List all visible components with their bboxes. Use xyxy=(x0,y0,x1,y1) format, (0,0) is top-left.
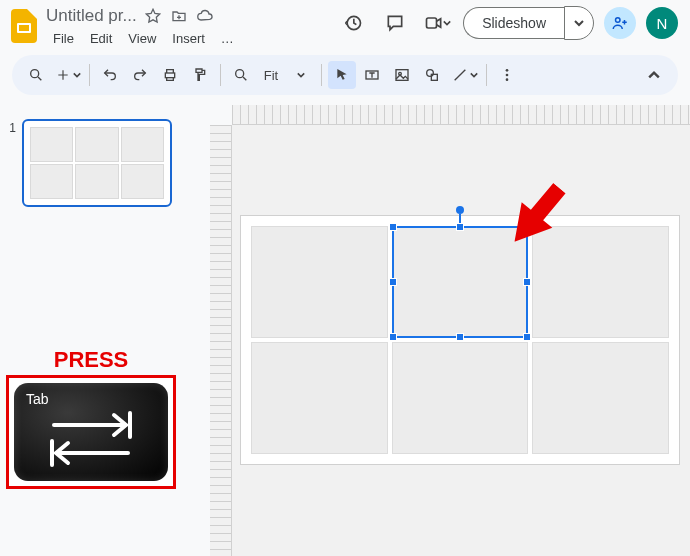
slideshow-button-group: Slideshow xyxy=(463,6,594,40)
svg-point-4 xyxy=(616,18,621,23)
svg-rect-3 xyxy=(427,18,437,28)
table-cell[interactable] xyxy=(251,226,388,338)
table-cell[interactable] xyxy=(251,342,388,454)
share-button[interactable] xyxy=(604,7,636,39)
slideshow-button[interactable]: Slideshow xyxy=(463,7,564,39)
zoom-level[interactable]: Fit xyxy=(257,61,285,89)
app-logo-slides[interactable] xyxy=(8,10,40,42)
history-icon[interactable] xyxy=(337,7,369,39)
meet-icon[interactable] xyxy=(421,7,453,39)
more-tools-icon[interactable] xyxy=(493,61,521,89)
undo-button[interactable] xyxy=(96,61,124,89)
zoom-dropdown[interactable] xyxy=(287,61,315,89)
redo-button[interactable] xyxy=(126,61,154,89)
svg-rect-9 xyxy=(396,70,408,81)
select-tool[interactable] xyxy=(328,61,356,89)
ruler-horizontal[interactable] xyxy=(232,105,690,125)
menu-view[interactable]: View xyxy=(121,28,163,49)
annotation-press-label: PRESS xyxy=(6,347,176,373)
star-icon[interactable] xyxy=(143,6,163,26)
slideshow-dropdown[interactable] xyxy=(564,6,594,40)
table-cell[interactable] xyxy=(532,342,669,454)
toolbar: Fit xyxy=(12,55,678,95)
annotation-tab-key: Tab xyxy=(6,375,176,489)
shape-tool[interactable] xyxy=(418,61,446,89)
titlebar-right-cluster: Slideshow N xyxy=(337,6,678,40)
menu-edit[interactable]: Edit xyxy=(83,28,119,49)
search-menus-icon[interactable] xyxy=(22,61,50,89)
svg-point-14 xyxy=(506,74,509,77)
menu-file[interactable]: File xyxy=(46,28,81,49)
filmstrip[interactable]: 1 PRESS Tab xyxy=(0,105,210,556)
svg-point-5 xyxy=(31,70,39,78)
resize-handle[interactable] xyxy=(389,278,397,286)
paint-format-button[interactable] xyxy=(186,61,214,89)
svg-point-7 xyxy=(236,70,244,78)
document-title[interactable]: Untitled pr... xyxy=(46,6,137,26)
resize-handle[interactable] xyxy=(456,333,464,341)
resize-handle[interactable] xyxy=(523,333,531,341)
svg-rect-6 xyxy=(165,73,174,78)
slide-canvas[interactable] xyxy=(232,125,690,556)
zoom-icon[interactable] xyxy=(227,61,255,89)
account-avatar[interactable]: N xyxy=(646,7,678,39)
separator xyxy=(321,64,322,86)
resize-handle[interactable] xyxy=(389,223,397,231)
comment-icon[interactable] xyxy=(379,7,411,39)
svg-point-15 xyxy=(506,78,509,81)
move-icon[interactable] xyxy=(169,6,189,26)
work-area: 1 PRESS Tab xyxy=(0,105,690,556)
menu-insert[interactable]: Insert xyxy=(165,28,212,49)
filmstrip-slide[interactable]: 1 xyxy=(6,119,200,207)
print-button[interactable] xyxy=(156,61,184,89)
svg-point-11 xyxy=(427,70,434,77)
resize-handle[interactable] xyxy=(456,223,464,231)
table-cell[interactable] xyxy=(392,342,529,454)
titlebar: Untitled pr... File Edit View Insert … S… xyxy=(0,0,690,49)
toolbar-container: Fit xyxy=(0,49,690,105)
svg-rect-1 xyxy=(19,25,29,31)
menubar: File Edit View Insert … xyxy=(46,26,337,49)
separator xyxy=(486,64,487,86)
rotation-handle[interactable] xyxy=(456,206,464,214)
avatar-initial: N xyxy=(657,15,668,32)
svg-point-13 xyxy=(506,69,509,72)
table[interactable] xyxy=(251,226,669,454)
resize-handle[interactable] xyxy=(523,278,531,286)
document-area: Untitled pr... File Edit View Insert … xyxy=(46,6,337,49)
table-cell[interactable] xyxy=(532,226,669,338)
separator xyxy=(220,64,221,86)
textbox-tool[interactable] xyxy=(358,61,386,89)
slide-thumbnail[interactable] xyxy=(22,119,172,207)
collapse-toolbar-button[interactable] xyxy=(640,61,668,89)
canvas-zone xyxy=(210,105,690,556)
slide-number: 1 xyxy=(6,119,16,135)
image-tool[interactable] xyxy=(388,61,416,89)
slide[interactable] xyxy=(240,215,680,465)
line-tool[interactable] xyxy=(448,61,480,89)
ruler-vertical[interactable] xyxy=(210,125,232,556)
resize-handle[interactable] xyxy=(389,333,397,341)
separator xyxy=(89,64,90,86)
table-cell-selected[interactable] xyxy=(392,226,529,338)
new-slide-button[interactable] xyxy=(52,61,83,89)
menu-more[interactable]: … xyxy=(214,28,241,49)
cloud-status-icon[interactable] xyxy=(195,6,215,26)
